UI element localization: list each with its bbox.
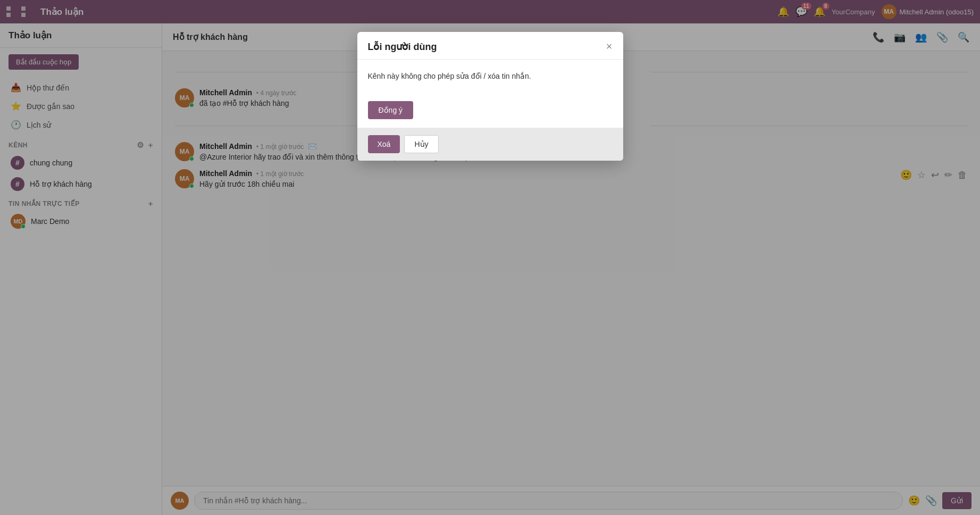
dialog-close-button[interactable]: × bbox=[606, 40, 613, 53]
delete-button[interactable]: Xoá bbox=[368, 135, 400, 153]
cancel-button[interactable]: Hủy bbox=[404, 135, 438, 153]
dialog-body: Kênh này không cho phép sửa đổi / xóa ti… bbox=[357, 60, 623, 93]
dialog-message: Kênh này không cho phép sửa đổi / xóa ti… bbox=[368, 72, 531, 80]
confirm-button[interactable]: Đồng ý bbox=[368, 101, 414, 119]
modal-overlay: Lỗi người dùng × Kênh này không cho phép… bbox=[0, 0, 980, 515]
dialog-title: Lỗi người dùng bbox=[368, 41, 437, 53]
dialog-header: Lỗi người dùng × bbox=[357, 32, 623, 60]
action-bar: Xoá Hủy bbox=[357, 128, 623, 161]
dialog-footer: Đồng ý bbox=[357, 93, 623, 128]
error-dialog: Lỗi người dùng × Kênh này không cho phép… bbox=[357, 32, 623, 161]
